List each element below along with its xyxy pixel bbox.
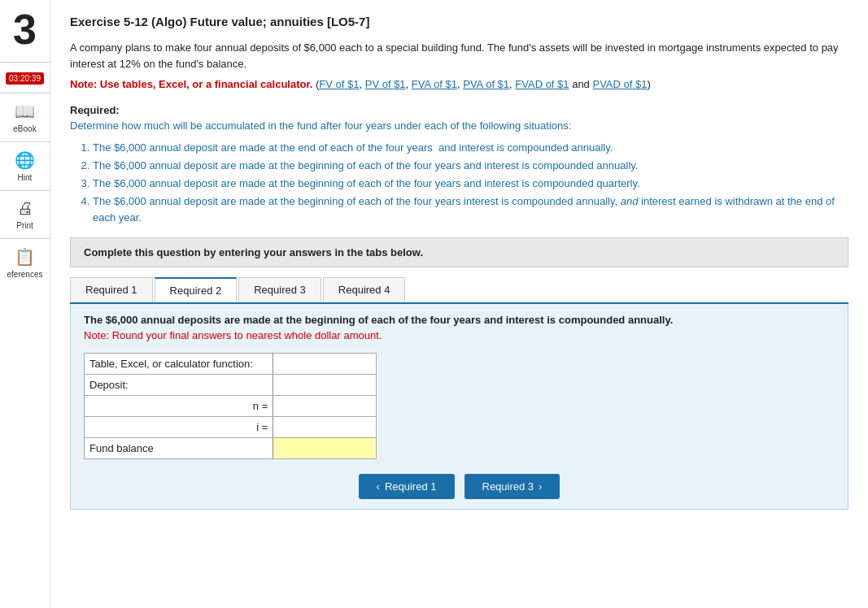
input-fund-balance-field[interactable]: [278, 442, 371, 454]
prev-button-label: Required 1: [385, 480, 437, 493]
intro-text-content: A company plans to make four annual depo…: [70, 41, 839, 70]
tab-note: Note: Round your final answers to neares…: [84, 329, 835, 341]
table-row-2: Deposit:: [85, 375, 377, 396]
print-label: Print: [16, 221, 33, 230]
table-row-5: Fund balance: [85, 438, 377, 459]
input-table-excel[interactable]: [273, 354, 377, 375]
hint-icon: 🌐: [15, 150, 35, 170]
sidebar-ebook-group[interactable]: 📖 eBook: [0, 98, 50, 137]
intro-text: A company plans to make four annual depo…: [70, 40, 848, 72]
tab-intro-text: The $6,000 annual deposits are made at t…: [84, 314, 835, 326]
main-content: Exercise 5-12 (Algo) Future value; annui…: [50, 0, 868, 608]
input-table-excel-field[interactable]: [278, 358, 371, 370]
input-deposit[interactable]: [273, 375, 377, 396]
table-row-1: Table, Excel, or calculator function:: [85, 354, 377, 375]
note-bold: Note: Use tables, Excel, or a financial …: [70, 78, 312, 90]
determine-text: Determine how much will be accumulated i…: [70, 119, 848, 132]
note-line: Note: Use tables, Excel, or a financial …: [70, 76, 848, 93]
tab-required-1[interactable]: Required 1: [70, 277, 153, 302]
list-item-4: The $6,000 annual deposit are made at th…: [93, 193, 848, 226]
link-pvad[interactable]: PVAD of $1: [592, 78, 647, 90]
sidebar-references-group[interactable]: 📋 eferences: [0, 244, 50, 282]
references-icon: 📋: [15, 247, 35, 267]
sidebar-divider: [0, 62, 50, 63]
tab-required-2[interactable]: Required 2: [155, 277, 238, 302]
exercise-title: Exercise 5-12 (Algo) Future value; annui…: [70, 15, 848, 28]
instruction-box: Complete this question by entering your …: [70, 237, 848, 267]
tabs-container: Required 1 Required 2 Required 3 Require…: [70, 277, 848, 304]
input-table: Table, Excel, or calculator function: De…: [84, 353, 377, 459]
tab-required-3[interactable]: Required 3: [238, 277, 321, 302]
sidebar: 3 03:20:39 📖 eBook 🌐 Hint 🖨 Print 📋 efer…: [0, 0, 50, 608]
sidebar-print-group[interactable]: 🖨 Print: [0, 196, 50, 233]
sidebar-divider-4: [0, 190, 50, 191]
input-i-field[interactable]: [278, 421, 371, 433]
next-button[interactable]: Required 3 ›: [465, 474, 560, 499]
label-fund-balance: Fund balance: [85, 438, 273, 459]
input-n[interactable]: [273, 396, 377, 417]
tab-content: The $6,000 annual deposits are made at t…: [70, 304, 848, 510]
label-deposit: Deposit:: [85, 375, 273, 396]
ebook-label: eBook: [13, 124, 36, 133]
label-i: i =: [85, 417, 273, 438]
tab-required-4[interactable]: Required 4: [323, 277, 406, 302]
list-item-1: The $6,000 annual deposit are made at th…: [93, 140, 848, 156]
prev-button[interactable]: ‹ Required 1: [359, 474, 455, 499]
input-n-field[interactable]: [278, 400, 371, 412]
table-row-4: i =: [85, 417, 377, 438]
sidebar-timer-group: 03:20:39: [0, 67, 50, 88]
input-fund-balance[interactable]: [273, 438, 377, 459]
next-arrow-icon: ›: [539, 480, 542, 493]
ebook-icon: 📖: [15, 102, 35, 121]
note-links: (FV of $1, PV of $1, FVA of $1, PVA of $…: [316, 78, 651, 90]
list-item-2: The $6,000 annual deposit are made at th…: [93, 158, 848, 174]
input-deposit-field[interactable]: [278, 379, 371, 391]
sidebar-hint-group[interactable]: 🌐 Hint: [0, 147, 50, 185]
sidebar-divider-3: [0, 141, 50, 142]
numbered-list: The $6,000 annual deposit are made at th…: [93, 140, 848, 227]
link-fva[interactable]: FVA of $1: [412, 78, 457, 90]
link-pv[interactable]: PV of $1: [365, 78, 406, 90]
sidebar-divider-5: [0, 238, 50, 239]
input-i[interactable]: [273, 417, 377, 438]
label-table-excel: Table, Excel, or calculator function:: [85, 354, 273, 375]
list-item-3: The $6,000 annual deposit are made at th…: [93, 176, 848, 192]
link-fv[interactable]: FV of $1: [319, 78, 359, 90]
instruction-text: Complete this question by entering your …: [84, 246, 423, 258]
prev-arrow-icon: ‹: [377, 480, 380, 493]
timer-badge: 03:20:39: [6, 72, 44, 85]
link-fvad[interactable]: FVAD of $1: [515, 78, 569, 90]
nav-buttons: ‹ Required 1 Required 3 ›: [84, 474, 835, 499]
next-button-label: Required 3: [482, 480, 534, 493]
required-label: Required:: [70, 104, 848, 116]
sidebar-number: 3: [13, 8, 37, 50]
sidebar-divider-2: [0, 93, 50, 93]
hint-label: Hint: [18, 173, 33, 182]
label-n: n =: [85, 396, 273, 417]
link-pva[interactable]: PVA of $1: [463, 78, 509, 90]
print-icon: 🖨: [17, 199, 33, 218]
references-label: eferences: [7, 270, 43, 279]
table-row-3: n =: [85, 396, 377, 417]
